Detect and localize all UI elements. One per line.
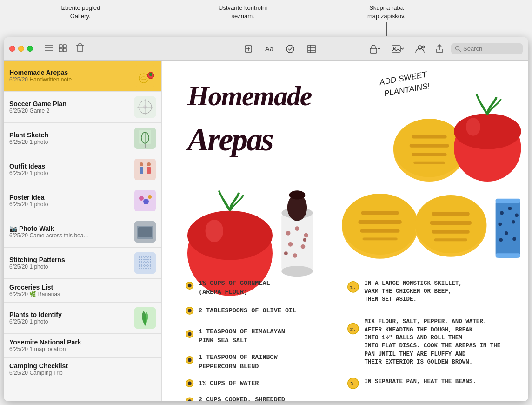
note-item-yosemite[interactable]: Yosemite National Park 6/25/20 1 map loc…: [4, 334, 161, 358]
title-bar-right: [392, 42, 523, 55]
svg-point-23: [139, 74, 148, 83]
svg-point-107: [498, 223, 502, 226]
note-info: Plants to Identify 6/25/20 1 photo: [9, 311, 130, 325]
svg-text:INTO FLAT DISCS. COOK THE AREP: INTO FLAT DISCS. COOK THE AREPAS IN THE: [364, 343, 500, 349]
svg-point-77: [288, 242, 293, 247]
format-button[interactable]: Aa: [262, 43, 276, 54]
note-item-camping-checklist[interactable]: Camping Checklist 6/25/20 Camping Trip: [4, 358, 161, 381]
note-item-homemade-arepas[interactable]: Homemade Arepas 6/25/20 Handwritten note: [4, 61, 161, 92]
svg-rect-16: [370, 48, 377, 53]
checklist-button[interactable]: [283, 42, 298, 55]
note-info: Plant Sketch 6/25/20 1 photo: [9, 131, 130, 145]
svg-point-108: [512, 220, 515, 224]
svg-point-71: [281, 266, 313, 277]
note-title: Homemade Arepas: [9, 69, 130, 76]
note-meta: 6/25/20 Came across this bea…: [9, 232, 130, 239]
svg-point-105: [508, 207, 512, 210]
svg-point-80: [284, 251, 288, 255]
svg-text:3.: 3.: [350, 381, 356, 387]
svg-point-21: [456, 46, 459, 50]
note-meta: 6/25/20 1 photo: [9, 263, 130, 270]
svg-point-115: [188, 284, 192, 288]
gallery-view-button[interactable]: [56, 43, 69, 55]
note-item-plants-to-identify[interactable]: Plants to Identify 6/25/20 1 photo: [4, 303, 161, 334]
svg-rect-3: [59, 45, 62, 48]
note-meta: 6/25/20 🌿 Bananas: [9, 291, 156, 297]
lock-button[interactable]: [366, 42, 384, 55]
svg-rect-48: [138, 227, 152, 237]
note-item-poster-idea[interactable]: Poster Idea 6/25/20 1 photo: [4, 185, 161, 216]
note-title: Stitching Patterns: [9, 256, 130, 263]
search-input[interactable]: [463, 45, 519, 52]
search-icon: [455, 46, 461, 52]
note-meta: 6/25/20 1 photo: [9, 318, 130, 325]
svg-text:2 CUPS COOKED, SHREDDED: 2 CUPS COOKED, SHREDDED: [199, 396, 285, 401]
search-box[interactable]: [451, 43, 523, 54]
svg-text:2.: 2.: [350, 326, 356, 332]
share-button[interactable]: [432, 42, 446, 55]
note-info: Stitching Patterns 6/25/20 1 photo: [9, 256, 130, 270]
list-view-button[interactable]: [42, 43, 55, 55]
title-bar: Aa: [4, 37, 528, 61]
svg-point-26: [149, 73, 152, 76]
note-thumbnail: [134, 252, 156, 274]
svg-point-45: [148, 195, 152, 199]
svg-point-110: [499, 238, 503, 242]
svg-point-74: [286, 231, 291, 236]
note-thumbnail: [134, 128, 156, 149]
svg-point-122: [188, 332, 192, 336]
delete-button[interactable]: [74, 41, 86, 56]
note-thumbnail: [134, 65, 156, 87]
svg-text:PAN UNTIL THEY ARE FLUFFY AND: PAN UNTIL THEY ARE FLUFFY AND: [364, 351, 466, 358]
svg-rect-49: [134, 252, 156, 274]
note-item-soccer-game-plan[interactable]: Soccer Game Plan 6/25/20 Game 2: [4, 92, 161, 123]
close-button[interactable]: [9, 46, 15, 52]
note-info: Yosemite National Park 6/25/20 1 map loc…: [9, 338, 156, 352]
traffic-lights: [9, 46, 33, 52]
svg-point-73: [289, 190, 306, 199]
svg-text:1½ CUPS OF CORNMEAL: 1½ CUPS OF CORNMEAL: [199, 280, 270, 287]
view-toggle: [42, 43, 69, 55]
note-item-photo-walk[interactable]: 📷 Photo Walk 6/25/20 Came across this be…: [4, 216, 161, 248]
note-info: Soccer Game Plan 6/25/20 Game 2: [9, 100, 130, 114]
svg-text:PEPPERCORN BLEND: PEPPERCORN BLEND: [199, 363, 259, 370]
new-note-button[interactable]: [241, 42, 256, 55]
note-canvas: ADD SWEET PLANTAINS! Homemade Arepas: [162, 61, 528, 401]
svg-rect-69: [281, 213, 313, 271]
note-title: Groceries List: [9, 284, 156, 291]
svg-line-22: [459, 50, 461, 52]
svg-point-67: [187, 211, 273, 260]
note-meta: 6/25/20 Game 2: [9, 108, 130, 114]
note-item-stitching-patterns[interactable]: Stitching Patterns 6/25/20 1 photo: [4, 248, 161, 279]
svg-point-90: [466, 118, 480, 136]
note-meta: 6/25/20 1 photo: [9, 201, 130, 208]
svg-point-44: [143, 199, 149, 204]
annotation-share: Skupna raba map zapiskov.: [367, 4, 406, 36]
svg-point-68: [205, 220, 223, 242]
main-content: Homemade Arepas 6/25/20 Handwritten note: [4, 61, 528, 401]
collaborate-button[interactable]: [412, 42, 428, 55]
note-item-plant-sketch[interactable]: Plant Sketch 6/25/20 1 photo: [4, 123, 161, 154]
svg-point-106: [515, 213, 519, 217]
note-info: 📷 Photo Walk 6/25/20 Came across this be…: [9, 225, 130, 239]
note-item-outfit-ideas[interactable]: Outfit Ideas 6/25/20 1 photo: [4, 154, 161, 185]
minimize-button[interactable]: [18, 46, 24, 52]
note-title: Plant Sketch: [9, 131, 130, 139]
note-info: Camping Checklist 6/25/20 Camping Trip: [9, 362, 156, 376]
note-info: Outfit Ideas 6/25/20 1 photo: [9, 162, 130, 176]
note-info: Groceries List 6/25/20 🌿 Bananas: [9, 284, 156, 297]
svg-point-81: [303, 238, 306, 242]
svg-point-126: [188, 358, 192, 362]
note-meta: 6/25/20 1 photo: [9, 139, 130, 145]
sidebar: Homemade Arepas 6/25/20 Handwritten note: [4, 61, 162, 401]
fullscreen-button[interactable]: [27, 46, 33, 52]
note-item-groceries-list[interactable]: Groceries List 6/25/20 🌿 Bananas: [4, 279, 161, 303]
svg-rect-5: [59, 48, 62, 52]
media-button[interactable]: [389, 43, 407, 55]
annotation-bar: Izberite pogled Gallery. Ustvarite kontr…: [0, 0, 532, 37]
note-title: Plants to Identify: [9, 311, 130, 318]
svg-point-10: [286, 45, 294, 53]
table-button[interactable]: [304, 42, 319, 55]
svg-point-78: [301, 244, 306, 249]
svg-text:1 TEASPOON OF RAINBOW: 1 TEASPOON OF RAINBOW: [199, 354, 278, 361]
